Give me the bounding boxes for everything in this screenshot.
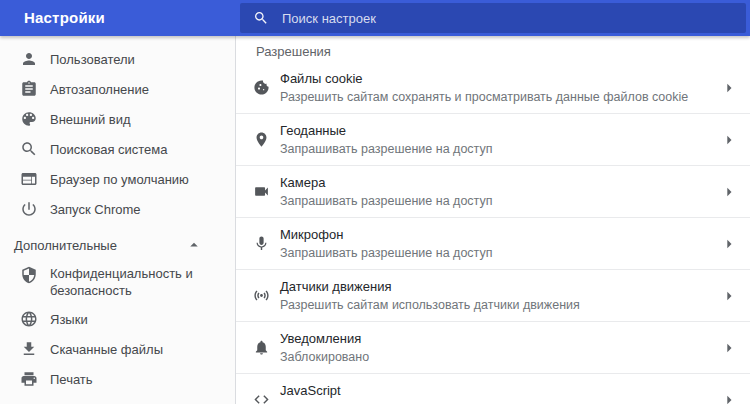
permission-subtitle: Запрашивать разрешение на доступ bbox=[280, 246, 492, 260]
settings-sidebar: Пользователи Автозаполнение Внешний вид … bbox=[0, 36, 236, 404]
permission-subtitle: Разрешить сайтам сохранять и просматрива… bbox=[280, 90, 688, 104]
permission-subtitle: Запрашивать разрешение на доступ bbox=[280, 142, 492, 156]
autofill-clipboard-icon bbox=[20, 80, 38, 98]
search-icon bbox=[253, 10, 269, 26]
page-title: Настройки bbox=[24, 0, 105, 36]
permission-subtitle: Разрешить сайтам использовать датчики дв… bbox=[280, 298, 580, 312]
sidebar-item-privacy-security[interactable]: Конфиденциальность и безопасность bbox=[0, 260, 235, 304]
permission-subtitle: Заблокировано bbox=[280, 350, 369, 364]
permission-row-microphone[interactable]: Микрофон Запрашивать разрешение на досту… bbox=[236, 218, 750, 270]
printer-icon bbox=[20, 370, 38, 388]
sidebar-item-languages[interactable]: Языки bbox=[0, 304, 235, 334]
sidebar-item-startup[interactable]: Запуск Chrome bbox=[0, 194, 235, 224]
permission-title: Уведомления bbox=[280, 331, 369, 346]
sidebar-item-appearance[interactable]: Внешний вид bbox=[0, 104, 235, 134]
sidebar-item-downloads[interactable]: Скачанные файлы bbox=[0, 334, 235, 364]
sidebar-item-search-engine[interactable]: Поисковая система bbox=[0, 134, 235, 164]
sidebar-item-printing[interactable]: Печать bbox=[0, 364, 235, 394]
page-body: Пользователи Автозаполнение Внешний вид … bbox=[0, 36, 750, 404]
globe-icon bbox=[20, 310, 38, 328]
browser-window-icon bbox=[20, 170, 38, 188]
permission-subtitle: Запрашивать разрешение на доступ bbox=[280, 194, 492, 208]
sidebar-item-label: Браузер по умолчанию bbox=[50, 172, 189, 187]
code-icon bbox=[253, 391, 270, 404]
sidebar-item-label: Печать bbox=[50, 372, 93, 387]
sidebar-item-label: Внешний вид bbox=[50, 112, 131, 127]
arrow-right-icon bbox=[719, 286, 739, 306]
search-input[interactable] bbox=[282, 11, 746, 26]
arrow-right-icon bbox=[719, 78, 739, 98]
chrome-settings-page: Настройки Пользователи Автозаполнение Вн… bbox=[0, 0, 750, 404]
section-title: Разрешения bbox=[236, 36, 750, 62]
permission-row-motion-sensors[interactable]: Датчики движения Разрешить сайтам исполь… bbox=[236, 270, 750, 322]
person-icon bbox=[20, 50, 38, 68]
permission-row-camera[interactable]: Камера Запрашивать разрешение на доступ bbox=[236, 166, 750, 218]
permission-title: Датчики движения bbox=[280, 279, 580, 294]
search-icon bbox=[20, 140, 38, 158]
permission-row-location[interactable]: Геоданные Запрашивать разрешение на дост… bbox=[236, 114, 750, 166]
permission-title: Микрофон bbox=[280, 227, 492, 242]
permissions-panel: Разрешения Файлы cookie Разрешить сайтам… bbox=[236, 36, 750, 404]
permission-title: Файлы cookie bbox=[280, 71, 688, 86]
shield-icon bbox=[20, 266, 38, 284]
top-toolbar: Настройки bbox=[0, 0, 750, 36]
permission-row-javascript[interactable]: JavaScript Разрешено bbox=[236, 374, 750, 404]
permission-row-cookies[interactable]: Файлы cookie Разрешить сайтам сохранять … bbox=[236, 62, 750, 114]
motion-sensors-icon bbox=[253, 287, 270, 304]
microphone-icon bbox=[253, 235, 270, 252]
arrow-right-icon bbox=[719, 234, 739, 254]
sidebar-item-label: Языки bbox=[50, 312, 88, 327]
sidebar-item-users[interactable]: Пользователи bbox=[0, 44, 235, 74]
cookie-icon bbox=[253, 79, 270, 96]
download-icon bbox=[20, 340, 38, 358]
permission-row-notifications[interactable]: Уведомления Заблокировано bbox=[236, 322, 750, 374]
permission-title: Камера bbox=[280, 175, 492, 190]
sidebar-item-default-browser[interactable]: Браузер по умолчанию bbox=[0, 164, 235, 194]
sidebar-advanced-toggle[interactable]: Дополнительные bbox=[0, 230, 235, 260]
sidebar-item-label: Поисковая система bbox=[50, 142, 168, 157]
sidebar-item-autofill[interactable]: Автозаполнение bbox=[0, 74, 235, 104]
sidebar-item-label: Запуск Chrome bbox=[50, 202, 141, 217]
permission-title: JavaScript bbox=[280, 383, 345, 398]
arrow-right-icon bbox=[719, 390, 739, 404]
chevron-up-icon bbox=[185, 236, 203, 254]
settings-search-box[interactable] bbox=[240, 3, 746, 33]
video-camera-icon bbox=[253, 183, 270, 200]
notifications-bell-icon bbox=[253, 339, 270, 356]
power-icon bbox=[20, 200, 38, 218]
location-pin-icon bbox=[253, 131, 270, 148]
arrow-right-icon bbox=[719, 130, 739, 150]
arrow-right-icon bbox=[719, 338, 739, 358]
sidebar-item-label: Пользователи bbox=[50, 52, 135, 67]
palette-icon bbox=[20, 110, 38, 128]
advanced-label: Дополнительные bbox=[14, 238, 117, 253]
permission-title: Геоданные bbox=[280, 123, 492, 138]
sidebar-item-label: Автозаполнение bbox=[50, 82, 149, 97]
arrow-right-icon bbox=[719, 182, 739, 202]
sidebar-item-label: Конфиденциальность и безопасность bbox=[50, 265, 210, 299]
sidebar-item-label: Скачанные файлы bbox=[50, 342, 163, 357]
